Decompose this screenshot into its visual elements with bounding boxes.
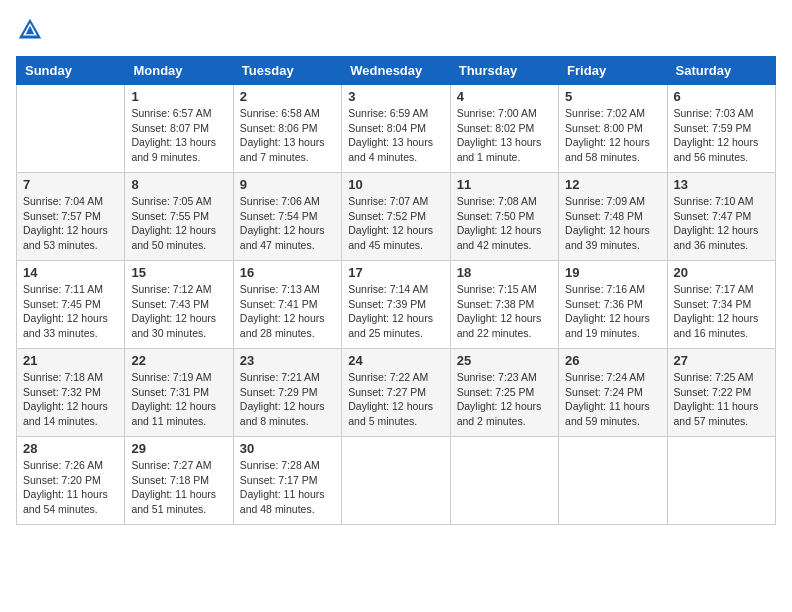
day-number: 18 <box>457 265 552 280</box>
day-cell-5: 5Sunrise: 7:02 AM Sunset: 8:00 PM Daylig… <box>559 85 667 173</box>
day-number: 2 <box>240 89 335 104</box>
day-cell-29: 29Sunrise: 7:27 AM Sunset: 7:18 PM Dayli… <box>125 437 233 525</box>
day-number: 7 <box>23 177 118 192</box>
cell-info: Sunrise: 7:27 AM Sunset: 7:18 PM Dayligh… <box>131 458 226 517</box>
weekday-header-saturday: Saturday <box>667 57 775 85</box>
day-cell-16: 16Sunrise: 7:13 AM Sunset: 7:41 PM Dayli… <box>233 261 341 349</box>
empty-cell <box>450 437 558 525</box>
cell-info: Sunrise: 6:57 AM Sunset: 8:07 PM Dayligh… <box>131 106 226 165</box>
day-cell-19: 19Sunrise: 7:16 AM Sunset: 7:36 PM Dayli… <box>559 261 667 349</box>
day-cell-28: 28Sunrise: 7:26 AM Sunset: 7:20 PM Dayli… <box>17 437 125 525</box>
day-number: 24 <box>348 353 443 368</box>
day-cell-12: 12Sunrise: 7:09 AM Sunset: 7:48 PM Dayli… <box>559 173 667 261</box>
day-number: 14 <box>23 265 118 280</box>
week-row-5: 28Sunrise: 7:26 AM Sunset: 7:20 PM Dayli… <box>17 437 776 525</box>
weekday-header-wednesday: Wednesday <box>342 57 450 85</box>
day-cell-27: 27Sunrise: 7:25 AM Sunset: 7:22 PM Dayli… <box>667 349 775 437</box>
day-number: 8 <box>131 177 226 192</box>
cell-info: Sunrise: 7:16 AM Sunset: 7:36 PM Dayligh… <box>565 282 660 341</box>
week-row-2: 7Sunrise: 7:04 AM Sunset: 7:57 PM Daylig… <box>17 173 776 261</box>
day-cell-1: 1Sunrise: 6:57 AM Sunset: 8:07 PM Daylig… <box>125 85 233 173</box>
day-number: 22 <box>131 353 226 368</box>
cell-info: Sunrise: 7:19 AM Sunset: 7:31 PM Dayligh… <box>131 370 226 429</box>
day-number: 5 <box>565 89 660 104</box>
day-cell-15: 15Sunrise: 7:12 AM Sunset: 7:43 PM Dayli… <box>125 261 233 349</box>
day-number: 12 <box>565 177 660 192</box>
day-number: 28 <box>23 441 118 456</box>
day-cell-17: 17Sunrise: 7:14 AM Sunset: 7:39 PM Dayli… <box>342 261 450 349</box>
day-number: 19 <box>565 265 660 280</box>
day-cell-8: 8Sunrise: 7:05 AM Sunset: 7:55 PM Daylig… <box>125 173 233 261</box>
day-cell-26: 26Sunrise: 7:24 AM Sunset: 7:24 PM Dayli… <box>559 349 667 437</box>
weekday-header-thursday: Thursday <box>450 57 558 85</box>
cell-info: Sunrise: 7:06 AM Sunset: 7:54 PM Dayligh… <box>240 194 335 253</box>
day-number: 13 <box>674 177 769 192</box>
cell-info: Sunrise: 7:26 AM Sunset: 7:20 PM Dayligh… <box>23 458 118 517</box>
cell-info: Sunrise: 7:08 AM Sunset: 7:50 PM Dayligh… <box>457 194 552 253</box>
day-number: 3 <box>348 89 443 104</box>
cell-info: Sunrise: 7:13 AM Sunset: 7:41 PM Dayligh… <box>240 282 335 341</box>
day-cell-9: 9Sunrise: 7:06 AM Sunset: 7:54 PM Daylig… <box>233 173 341 261</box>
day-cell-25: 25Sunrise: 7:23 AM Sunset: 7:25 PM Dayli… <box>450 349 558 437</box>
cell-info: Sunrise: 7:15 AM Sunset: 7:38 PM Dayligh… <box>457 282 552 341</box>
cell-info: Sunrise: 7:14 AM Sunset: 7:39 PM Dayligh… <box>348 282 443 341</box>
page-header <box>16 16 776 44</box>
day-cell-14: 14Sunrise: 7:11 AM Sunset: 7:45 PM Dayli… <box>17 261 125 349</box>
cell-info: Sunrise: 7:12 AM Sunset: 7:43 PM Dayligh… <box>131 282 226 341</box>
weekday-header-monday: Monday <box>125 57 233 85</box>
cell-info: Sunrise: 7:04 AM Sunset: 7:57 PM Dayligh… <box>23 194 118 253</box>
cell-info: Sunrise: 7:07 AM Sunset: 7:52 PM Dayligh… <box>348 194 443 253</box>
day-cell-11: 11Sunrise: 7:08 AM Sunset: 7:50 PM Dayli… <box>450 173 558 261</box>
day-cell-3: 3Sunrise: 6:59 AM Sunset: 8:04 PM Daylig… <box>342 85 450 173</box>
logo <box>16 16 48 44</box>
cell-info: Sunrise: 6:59 AM Sunset: 8:04 PM Dayligh… <box>348 106 443 165</box>
day-cell-30: 30Sunrise: 7:28 AM Sunset: 7:17 PM Dayli… <box>233 437 341 525</box>
weekday-header-sunday: Sunday <box>17 57 125 85</box>
day-cell-23: 23Sunrise: 7:21 AM Sunset: 7:29 PM Dayli… <box>233 349 341 437</box>
day-number: 17 <box>348 265 443 280</box>
logo-icon <box>16 16 44 44</box>
day-cell-2: 2Sunrise: 6:58 AM Sunset: 8:06 PM Daylig… <box>233 85 341 173</box>
day-cell-7: 7Sunrise: 7:04 AM Sunset: 7:57 PM Daylig… <box>17 173 125 261</box>
day-cell-20: 20Sunrise: 7:17 AM Sunset: 7:34 PM Dayli… <box>667 261 775 349</box>
day-cell-6: 6Sunrise: 7:03 AM Sunset: 7:59 PM Daylig… <box>667 85 775 173</box>
cell-info: Sunrise: 7:21 AM Sunset: 7:29 PM Dayligh… <box>240 370 335 429</box>
cell-info: Sunrise: 7:03 AM Sunset: 7:59 PM Dayligh… <box>674 106 769 165</box>
day-number: 4 <box>457 89 552 104</box>
cell-info: Sunrise: 7:11 AM Sunset: 7:45 PM Dayligh… <box>23 282 118 341</box>
week-row-1: 1Sunrise: 6:57 AM Sunset: 8:07 PM Daylig… <box>17 85 776 173</box>
day-number: 11 <box>457 177 552 192</box>
cell-info: Sunrise: 7:02 AM Sunset: 8:00 PM Dayligh… <box>565 106 660 165</box>
week-row-4: 21Sunrise: 7:18 AM Sunset: 7:32 PM Dayli… <box>17 349 776 437</box>
empty-cell <box>559 437 667 525</box>
cell-info: Sunrise: 7:05 AM Sunset: 7:55 PM Dayligh… <box>131 194 226 253</box>
empty-cell <box>342 437 450 525</box>
day-number: 21 <box>23 353 118 368</box>
weekday-header-tuesday: Tuesday <box>233 57 341 85</box>
day-number: 1 <box>131 89 226 104</box>
week-row-3: 14Sunrise: 7:11 AM Sunset: 7:45 PM Dayli… <box>17 261 776 349</box>
day-number: 26 <box>565 353 660 368</box>
day-number: 30 <box>240 441 335 456</box>
cell-info: Sunrise: 6:58 AM Sunset: 8:06 PM Dayligh… <box>240 106 335 165</box>
cell-info: Sunrise: 7:28 AM Sunset: 7:17 PM Dayligh… <box>240 458 335 517</box>
weekday-header-friday: Friday <box>559 57 667 85</box>
cell-info: Sunrise: 7:17 AM Sunset: 7:34 PM Dayligh… <box>674 282 769 341</box>
day-cell-18: 18Sunrise: 7:15 AM Sunset: 7:38 PM Dayli… <box>450 261 558 349</box>
day-number: 29 <box>131 441 226 456</box>
calendar: SundayMondayTuesdayWednesdayThursdayFrid… <box>16 56 776 525</box>
day-cell-13: 13Sunrise: 7:10 AM Sunset: 7:47 PM Dayli… <box>667 173 775 261</box>
cell-info: Sunrise: 7:09 AM Sunset: 7:48 PM Dayligh… <box>565 194 660 253</box>
cell-info: Sunrise: 7:25 AM Sunset: 7:22 PM Dayligh… <box>674 370 769 429</box>
day-cell-4: 4Sunrise: 7:00 AM Sunset: 8:02 PM Daylig… <box>450 85 558 173</box>
day-number: 6 <box>674 89 769 104</box>
cell-info: Sunrise: 7:23 AM Sunset: 7:25 PM Dayligh… <box>457 370 552 429</box>
cell-info: Sunrise: 7:10 AM Sunset: 7:47 PM Dayligh… <box>674 194 769 253</box>
cell-info: Sunrise: 7:00 AM Sunset: 8:02 PM Dayligh… <box>457 106 552 165</box>
day-number: 20 <box>674 265 769 280</box>
day-cell-21: 21Sunrise: 7:18 AM Sunset: 7:32 PM Dayli… <box>17 349 125 437</box>
cell-info: Sunrise: 7:22 AM Sunset: 7:27 PM Dayligh… <box>348 370 443 429</box>
day-number: 16 <box>240 265 335 280</box>
day-number: 15 <box>131 265 226 280</box>
day-number: 9 <box>240 177 335 192</box>
